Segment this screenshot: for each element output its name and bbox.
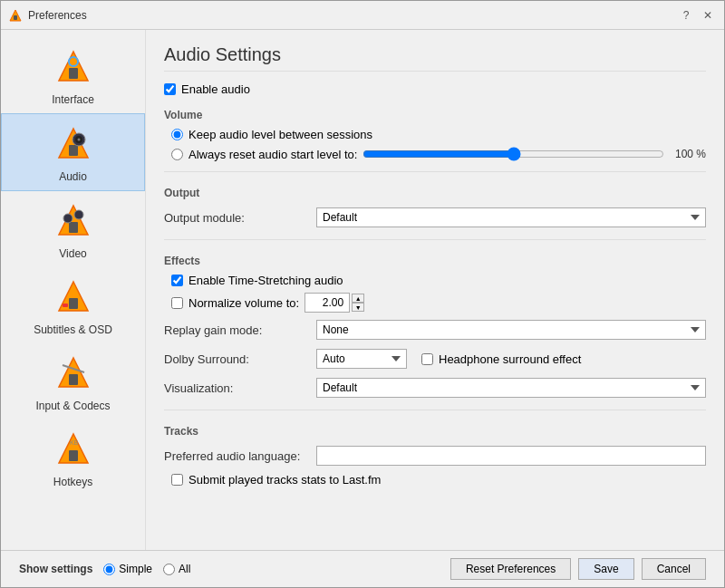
- headphone-label: Headphone surround effect: [439, 352, 581, 366]
- keep-sessions-row: Keep audio level between sessions: [171, 128, 706, 141]
- show-settings: Show settings Simple All: [19, 563, 190, 575]
- output-module-row: Output module: Default DirectX audio out…: [164, 207, 706, 227]
- panel-title: Audio Settings: [164, 44, 706, 72]
- always-reset-row: Always reset audio start level to: 100 %: [171, 147, 706, 161]
- dolby-select[interactable]: Auto On Off: [316, 349, 407, 369]
- replay-gain-row: Replay gain mode: None Track Album: [164, 320, 706, 340]
- time-stretch-label: Enable Time-Stretching audio: [188, 274, 343, 287]
- preferences-window: Preferences ? ✕ Interface: [0, 0, 725, 588]
- svg-rect-21: [69, 450, 78, 461]
- preferred-lang-label: Preferred audio language:: [164, 449, 309, 463]
- spinner-up[interactable]: ▲: [352, 294, 364, 303]
- all-radio[interactable]: [163, 564, 175, 575]
- hotkeys-icon: KB: [50, 427, 97, 474]
- effects-section-label: Effects: [164, 255, 706, 267]
- sidebar: Interface Audio: [1, 30, 146, 550]
- title-bar-left: Preferences: [8, 8, 87, 23]
- normalize-row: Normalize volume to: ▲ ▼: [171, 293, 706, 313]
- sidebar-item-input[interactable]: Input & Codecs: [1, 343, 145, 419]
- normalize-input[interactable]: [304, 293, 350, 313]
- interface-icon: [50, 44, 97, 92]
- time-stretch-checkbox[interactable]: [171, 275, 183, 286]
- always-reset-label: Always reset audio start level to:: [188, 148, 357, 161]
- close-button[interactable]: ✕: [699, 6, 717, 24]
- simple-option: Simple: [103, 563, 152, 575]
- svg-rect-3: [69, 68, 78, 79]
- show-settings-label: Show settings: [19, 563, 92, 575]
- headphone-row: Headphone surround effect: [421, 352, 581, 366]
- enable-audio-checkbox[interactable]: [164, 83, 176, 95]
- enable-audio-row: Enable audio: [164, 82, 706, 96]
- sidebar-item-audio[interactable]: Audio: [1, 113, 145, 191]
- visualization-select[interactable]: Default None Spectrum Spectrometer VU me…: [316, 378, 706, 398]
- always-reset-radio[interactable]: [171, 149, 183, 160]
- spinner-buttons: ▲ ▼: [352, 294, 364, 312]
- svg-rect-16: [63, 304, 68, 307]
- enable-audio-label: Enable audio: [181, 82, 250, 96]
- window-title: Preferences: [28, 9, 87, 22]
- app-icon: [8, 8, 23, 23]
- spinner-down[interactable]: ▼: [352, 303, 364, 312]
- svg-rect-1: [14, 15, 17, 20]
- svg-rect-6: [69, 145, 78, 156]
- output-module-select[interactable]: Default DirectX audio output WaveOut aud…: [316, 207, 706, 227]
- svg-rect-11: [69, 222, 78, 233]
- sidebar-item-subtitles[interactable]: Subtitles & OSD: [1, 267, 145, 343]
- main-panel: Audio Settings Enable audio Volume Keep …: [146, 30, 724, 550]
- svg-rect-15: [69, 298, 78, 309]
- simple-radio[interactable]: [103, 564, 115, 575]
- sidebar-item-interface[interactable]: Interface: [1, 37, 145, 113]
- svg-rect-18: [69, 374, 78, 385]
- time-stretch-row: Enable Time-Stretching audio: [171, 274, 706, 287]
- video-icon: [50, 198, 97, 246]
- svg-text:KB: KB: [70, 439, 79, 446]
- help-button[interactable]: ?: [677, 6, 695, 24]
- volume-slider[interactable]: [362, 147, 664, 161]
- sidebar-label-audio: Audio: [59, 170, 87, 183]
- replay-gain-label: Replay gain mode:: [164, 323, 309, 337]
- sidebar-item-video[interactable]: Video: [1, 191, 145, 267]
- sidebar-item-hotkeys[interactable]: KB Hotkeys: [1, 419, 145, 496]
- visualization-row: Visualization: Default None Spectrum Spe…: [164, 378, 706, 398]
- normalize-checkbox[interactable]: [171, 297, 183, 309]
- bottom-bar: Show settings Simple All Reset Preferenc…: [1, 550, 724, 587]
- sidebar-label-input: Input & Codecs: [35, 400, 110, 412]
- cancel-button[interactable]: Cancel: [642, 558, 706, 580]
- output-module-label: Output module:: [164, 211, 309, 225]
- divider-1: [164, 171, 706, 172]
- replay-gain-select[interactable]: None Track Album: [316, 320, 706, 340]
- volume-slider-container: 100 %: [362, 147, 706, 161]
- submit-stats-checkbox[interactable]: [171, 474, 183, 486]
- visualization-label: Visualization:: [164, 381, 309, 395]
- svg-point-12: [63, 214, 72, 223]
- preferred-lang-input[interactable]: [316, 446, 706, 466]
- submit-stats-label: Submit played tracks stats to Last.fm: [188, 473, 381, 487]
- normalize-label: Normalize volume to:: [188, 296, 299, 310]
- headphone-checkbox[interactable]: [421, 353, 433, 365]
- input-icon: [50, 351, 97, 398]
- normalize-spinner: ▲ ▼: [304, 293, 364, 313]
- dolby-label: Dolby Surround:: [164, 352, 309, 366]
- sidebar-label-hotkeys: Hotkeys: [53, 476, 92, 488]
- volume-value: 100 %: [670, 148, 706, 160]
- subtitles-icon: [50, 275, 97, 322]
- all-option: All: [163, 563, 190, 575]
- keep-sessions-radio[interactable]: [171, 129, 183, 140]
- submit-stats-row: Submit played tracks stats to Last.fm: [171, 473, 706, 487]
- all-label: All: [179, 563, 190, 575]
- preferred-lang-row: Preferred audio language:: [164, 446, 706, 466]
- divider-2: [164, 239, 706, 240]
- save-button[interactable]: Save: [578, 558, 633, 580]
- sidebar-label-subtitles: Subtitles & OSD: [34, 323, 112, 336]
- audio-icon: [50, 121, 97, 169]
- reset-button[interactable]: Reset Preferences: [450, 558, 571, 580]
- output-section-label: Output: [164, 187, 706, 199]
- title-bar-controls: ? ✕: [677, 6, 717, 24]
- sidebar-label-interface: Interface: [52, 93, 94, 106]
- title-bar: Preferences ? ✕: [1, 1, 724, 30]
- svg-point-9: [77, 139, 80, 141]
- sidebar-label-video: Video: [59, 247, 86, 260]
- svg-point-13: [74, 210, 83, 219]
- dolby-row: Dolby Surround: Auto On Off Headphone su…: [164, 349, 706, 369]
- keep-sessions-label: Keep audio level between sessions: [188, 128, 372, 141]
